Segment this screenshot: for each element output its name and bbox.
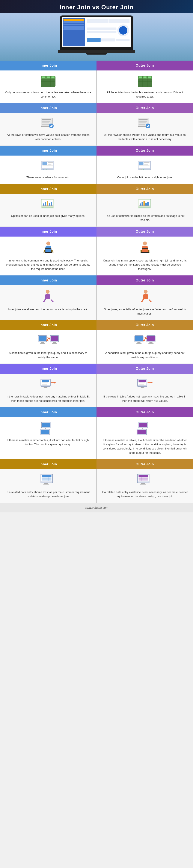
svg-marker-111 <box>54 382 56 383</box>
svg-rect-58 <box>43 204 44 206</box>
section-2-outer-icon <box>137 117 154 130</box>
svg-rect-95 <box>52 343 57 344</box>
section-6-content: Inner joins are slower and the performan… <box>0 285 193 320</box>
section-6-inner-header: Inner Join <box>0 275 96 285</box>
section-1-content: Only common records from both the tables… <box>0 70 193 103</box>
section-10-outer-text: If a related data entry existence is not… <box>102 490 188 498</box>
section-6-header: Inner Join Outer Join <box>0 275 193 285</box>
svg-point-44 <box>45 169 45 169</box>
comparison-section-9: Inner Join Outer Join If there is a matc… <box>0 407 193 459</box>
comparison-section-7: Inner Join Outer Join <box>0 320 193 364</box>
svg-rect-9 <box>51 76 54 78</box>
section-7-outer-text: A condition is not given in the outer jo… <box>102 351 188 359</box>
svg-rect-107 <box>42 382 48 383</box>
svg-rect-7 <box>42 76 45 78</box>
section-4-inner-header: Inner Join <box>0 184 96 194</box>
section-6-inner-icon <box>40 290 57 305</box>
svg-rect-140 <box>43 484 49 485</box>
svg-rect-24 <box>42 124 49 125</box>
svg-rect-18 <box>144 76 147 78</box>
svg-rect-39 <box>48 162 53 163</box>
section-7-inner-header: Inner Join <box>0 320 96 330</box>
section-1-inner-content: Only common records from both the tables… <box>0 70 97 103</box>
section-6-outer-icon <box>137 290 154 305</box>
svg-rect-128 <box>138 430 146 434</box>
section-8-outer-header: Outer Join <box>96 364 193 374</box>
section-3-header: Inner Join Outer Join <box>0 146 193 156</box>
svg-rect-149 <box>139 475 148 477</box>
section-1-outer-text: All the entries from the tables are take… <box>102 90 188 99</box>
section-1-header: Inner Join Outer Join <box>0 61 193 70</box>
section-9-outer-content: If there is a match in tables, it will c… <box>97 417 193 459</box>
section-8-inner-content: If the rows in table A does not have any… <box>0 374 97 407</box>
svg-rect-138 <box>42 475 51 477</box>
section-10-content: If a related data entry should exist as … <box>0 469 193 503</box>
section-9-content: If there is a match in either tables, it… <box>0 417 193 459</box>
svg-rect-8 <box>47 76 50 78</box>
section-10-inner-icon <box>40 473 57 488</box>
svg-rect-50 <box>144 164 148 164</box>
svg-rect-70 <box>145 203 147 206</box>
section-10-inner-text: If a related data entry should exist as … <box>5 490 91 498</box>
section-1-inner-header: Inner Join <box>0 61 96 70</box>
section-1-outer-content: All the entries from the tables are take… <box>97 70 193 103</box>
section-2-content: All the rows or entries will have values… <box>0 113 193 146</box>
section-3-outer-header: Outer Join <box>96 146 193 156</box>
svg-rect-99 <box>137 343 142 344</box>
laptop-illustration <box>56 16 137 58</box>
section-2-inner-header: Inner Join <box>0 103 96 113</box>
svg-rect-150 <box>141 483 145 484</box>
svg-rect-67 <box>140 204 141 206</box>
section-10-inner-header: Inner Join <box>0 459 96 469</box>
section-5-inner-icon <box>40 241 57 256</box>
svg-rect-29 <box>139 119 148 120</box>
section-2-outer-text: All the rows or entries will not have va… <box>102 133 188 141</box>
svg-rect-30 <box>139 121 147 122</box>
section-4-inner-text: Optimizer can be used in inner join as i… <box>11 214 85 218</box>
section-7-outer-icon <box>134 334 156 348</box>
svg-point-86 <box>46 290 49 294</box>
svg-rect-64 <box>42 207 53 208</box>
section-6-inner-content: Inner joins are slower and the performan… <box>0 285 97 320</box>
comparison-section-2: Inner Join Outer Join <box>0 103 193 146</box>
svg-point-80 <box>143 242 147 245</box>
section-2-inner-content: All the rows or entries will have values… <box>0 113 97 146</box>
svg-rect-49 <box>144 162 150 163</box>
section-6-outer-content: Outer joins, especially left outer joins… <box>97 285 193 320</box>
svg-rect-93 <box>51 336 58 341</box>
svg-rect-106 <box>42 380 49 382</box>
svg-rect-94 <box>53 342 56 343</box>
section-3-inner-content: There are no variants for inner join. <box>0 156 97 184</box>
hero-image <box>0 13 193 61</box>
section-3-inner-icon <box>40 160 57 173</box>
section-4-outer-text: The use of optimizer is limited as the e… <box>102 214 188 222</box>
section-6-outer-text: Outer joins, especially left outer joins… <box>102 307 188 316</box>
svg-rect-124 <box>45 428 46 429</box>
section-5-inner-content: Inner join is the common join and is use… <box>0 237 97 276</box>
svg-rect-71 <box>147 202 149 206</box>
section-6-inner-text: Inner joins are slower and the performan… <box>8 307 88 312</box>
section-1-inner-text: Only common records from both the tables… <box>5 90 91 99</box>
svg-rect-151 <box>140 484 146 485</box>
section-8-inner-text: If the rows in table A does not have any… <box>5 395 91 403</box>
section-5-outer-content: Outer join has many options such as left… <box>97 237 193 276</box>
section-10-outer-icon <box>137 473 154 488</box>
comparison-section-4: Inner Join Outer Join <box>0 184 193 227</box>
section-10-outer-header: Outer Join <box>96 459 193 469</box>
section-8-inner-header: Inner Join <box>0 364 96 374</box>
svg-point-45 <box>46 169 47 169</box>
section-9-outer-icon <box>137 422 154 435</box>
section-7-inner-content: A condition is given in the inner join q… <box>0 330 97 364</box>
section-8-content: If the rows in table A does not have any… <box>0 374 193 407</box>
section-3-inner-header: Inner Join <box>0 146 96 156</box>
section-8-header: Inner Join Outer Join <box>0 364 193 374</box>
section-3-outer-icon <box>137 160 154 173</box>
section-5-outer-header: Outer Join <box>96 227 193 237</box>
svg-rect-59 <box>45 202 46 206</box>
section-10-outer-content: If a related data entry existence is not… <box>97 469 193 503</box>
svg-rect-38 <box>42 162 47 165</box>
svg-rect-121 <box>42 423 50 427</box>
section-5-header: Inner Join Outer Join <box>0 227 193 237</box>
section-3-inner-text: There are no variants for inner join. <box>26 175 70 180</box>
section-9-outer-header: Outer Join <box>96 407 193 417</box>
